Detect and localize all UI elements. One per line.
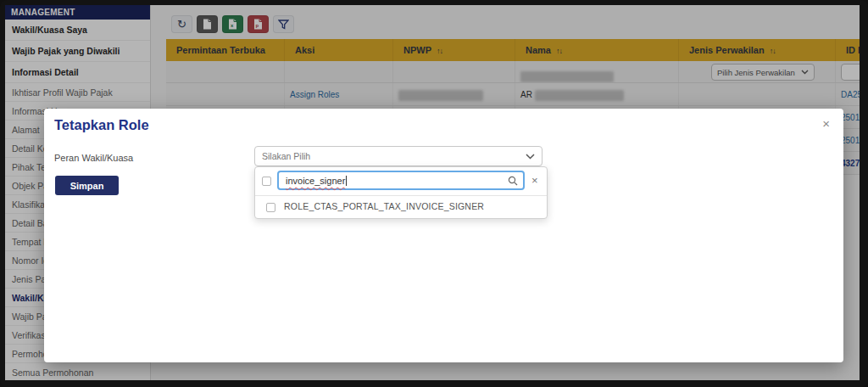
role-select[interactable]: Silakan Pilih [254, 146, 542, 166]
modal-title: Tetapkan Role [54, 117, 149, 133]
role-dropdown-panel: invoice_signer × ROLE_CTAS_PORTAL_TAX_IN… [254, 166, 548, 219]
search-icon [508, 176, 518, 186]
role-option-label[interactable]: ROLE_CTAS_PORTAL_TAX_INVOICE_SIGNER [284, 201, 484, 211]
role-search-input[interactable]: invoice_signer [286, 176, 345, 186]
role-option-checkbox[interactable] [266, 203, 275, 212]
tetapkan-role-modal: Tetapkan Role × Peran Wakil/Kuasa Silaka… [44, 109, 843, 362]
peran-wakil-kuasa-label: Peran Wakil/Kuasa [54, 153, 133, 163]
text-caret [346, 176, 347, 186]
close-icon[interactable]: × [822, 117, 830, 130]
save-button[interactable]: Simpan [55, 176, 119, 195]
chevron-down-icon [526, 154, 535, 160]
role-search-box[interactable]: invoice_signer [277, 171, 525, 190]
divider [255, 195, 547, 196]
screenshot-frame: MANAGEMENT Wakil/Kuasa Saya Wajib Pajak … [0, 0, 868, 387]
clear-search-icon[interactable]: × [531, 175, 538, 186]
select-all-checkbox[interactable] [262, 177, 271, 186]
app-window: MANAGEMENT Wakil/Kuasa Saya Wajib Pajak … [5, 5, 860, 380]
role-select-placeholder: Silakan Pilih [262, 151, 310, 161]
